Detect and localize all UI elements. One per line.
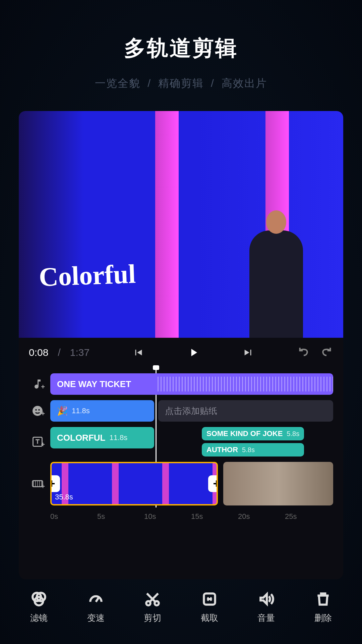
cut-button[interactable]: 剪切: [132, 591, 173, 624]
filter-icon: [31, 591, 47, 607]
add-sticker-icon[interactable]: +: [29, 402, 46, 420]
trash-icon: [315, 591, 331, 607]
speed-icon: [87, 591, 104, 607]
timeline[interactable]: + ONE WAY TICKET + 🎉 11.8s 点击添加贴纸: [19, 367, 343, 528]
play-button[interactable]: [187, 346, 200, 359]
video-clip-selected[interactable]: + + 35.8s: [50, 462, 218, 505]
prev-button[interactable]: [131, 346, 145, 359]
time-separator: /: [58, 347, 60, 358]
music-clip-label: ONE WAY TICKET: [57, 379, 131, 389]
overlay-text: Colorful: [39, 259, 136, 292]
volume-button[interactable]: 音量: [246, 591, 286, 624]
svg-point-2: [38, 409, 40, 411]
clip-handle-right[interactable]: +: [208, 475, 218, 492]
playback-bar: 0:08 / 1:37: [19, 338, 343, 367]
editor-panel: Colorful 0:08 / 1:37: [19, 111, 343, 579]
text-clip-sub1[interactable]: SOME KIND OF JOKE 5.8s: [202, 427, 304, 440]
volume-icon: [258, 591, 275, 607]
next-button[interactable]: [242, 346, 255, 359]
time-total: 1:37: [70, 347, 89, 358]
crop-button[interactable]: 截取: [189, 591, 230, 624]
crop-icon: [201, 591, 218, 607]
add-video-icon[interactable]: +: [29, 475, 46, 492]
text-clip-main[interactable]: COLORFUL 11.8s: [50, 427, 154, 448]
clip-handle-left[interactable]: +: [50, 475, 60, 492]
redo-button[interactable]: [320, 346, 333, 359]
time-ruler: 0s 5s 10s 15s 20s 25s: [19, 508, 343, 521]
add-music-icon[interactable]: +: [29, 375, 46, 393]
speed-button[interactable]: 变速: [76, 591, 116, 624]
delete-button[interactable]: 删除: [303, 591, 343, 624]
svg-point-1: [35, 409, 37, 411]
video-clip-2[interactable]: [223, 462, 333, 505]
bottom-toolbar: 滤镜 变速 剪切 截取 音量 删除: [0, 579, 362, 644]
music-clip[interactable]: ONE WAY TICKET: [50, 373, 333, 395]
undo-button[interactable]: [297, 346, 310, 359]
video-clip-duration: 35.8s: [55, 493, 73, 501]
sticker-duration: 11.8s: [72, 407, 90, 415]
preview-viewport[interactable]: Colorful: [19, 111, 343, 338]
sticker-clip[interactable]: 🎉 11.8s: [50, 400, 154, 422]
scissors-icon: [144, 591, 161, 607]
add-sticker-hint[interactable]: 点击添加贴纸: [158, 400, 333, 422]
page-subtitle: 一览全貌 / 精确剪辑 / 高效出片: [0, 76, 362, 91]
time-current: 0:08: [29, 347, 48, 358]
page-title: 多轨道剪辑: [0, 34, 362, 63]
filter-button[interactable]: 滤镜: [19, 591, 59, 624]
add-text-icon[interactable]: +: [29, 433, 46, 450]
text-clip-sub2[interactable]: AUTHOR 5.8s: [202, 443, 304, 457]
